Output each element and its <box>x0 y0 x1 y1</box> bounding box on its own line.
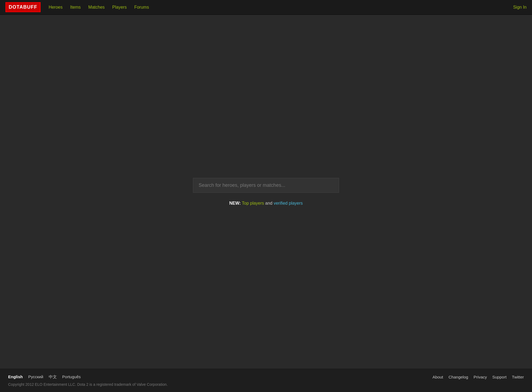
top-players-link[interactable]: Top players <box>242 201 264 205</box>
new-features-text: NEW: Top players and verified players <box>229 201 303 206</box>
new-label: NEW: <box>229 201 241 205</box>
footer-support[interactable]: Support <box>492 375 507 379</box>
footer-links: About Changelog Privacy Support Twitter <box>432 375 524 379</box>
verified-players-link[interactable]: verified players <box>274 201 303 205</box>
lang-chinese[interactable]: 中文 <box>49 374 57 380</box>
nav-matches[interactable]: Matches <box>88 5 104 10</box>
main-nav: Heroes Items Matches Players Forums <box>49 5 513 10</box>
nav-forums[interactable]: Forums <box>134 5 149 10</box>
main-content: NEW: Top players and verified players <box>0 15 532 369</box>
sign-in-link[interactable]: Sign In <box>513 5 527 10</box>
nav-players[interactable]: Players <box>112 5 127 10</box>
nav-heroes[interactable]: Heroes <box>49 5 63 10</box>
footer-changelog[interactable]: Changelog <box>449 375 468 379</box>
footer: English Русский 中文 Português About Chang… <box>0 369 532 392</box>
footer-twitter[interactable]: Twitter <box>512 375 524 379</box>
footer-languages: English Русский 中文 Português <box>8 374 81 380</box>
header: DOTABUFF Heroes Items Matches Players Fo… <box>0 0 532 15</box>
footer-copyright: Copyright 2012 ELO Entertainment LLC. Do… <box>8 382 524 387</box>
lang-portuguese[interactable]: Português <box>62 374 81 380</box>
lang-russian[interactable]: Русский <box>28 374 43 380</box>
search-container <box>193 178 339 193</box>
lang-english[interactable]: English <box>8 374 23 380</box>
search-input[interactable] <box>193 178 339 193</box>
footer-about[interactable]: About <box>432 375 443 379</box>
logo[interactable]: DOTABUFF <box>5 2 41 12</box>
nav-items[interactable]: Items <box>70 5 81 10</box>
footer-top: English Русский 中文 Português About Chang… <box>8 374 524 380</box>
footer-privacy[interactable]: Privacy <box>474 375 487 379</box>
